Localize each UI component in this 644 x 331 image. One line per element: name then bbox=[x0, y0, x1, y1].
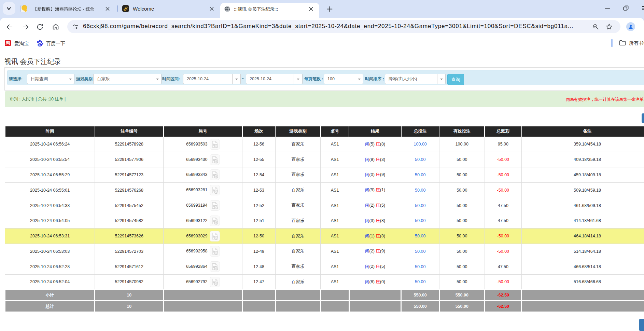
svg-text:du: du bbox=[38, 43, 41, 46]
